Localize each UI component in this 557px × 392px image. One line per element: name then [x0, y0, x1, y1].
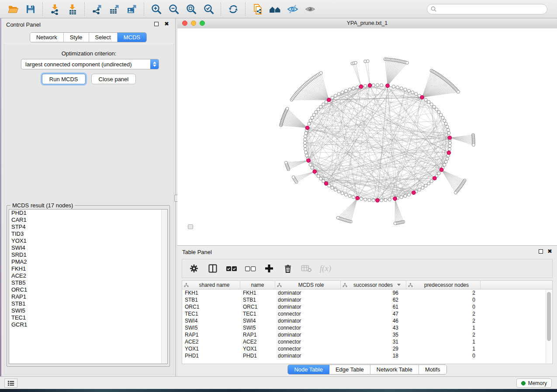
tab-node-table[interactable]: Node Table — [288, 365, 329, 374]
add-column-button[interactable] — [262, 261, 277, 276]
network-node[interactable] — [439, 113, 443, 117]
zoom-in-button[interactable] — [148, 1, 165, 17]
network-node[interactable] — [319, 105, 322, 108]
network-node[interactable] — [344, 89, 347, 92]
network-hub-node[interactable] — [359, 85, 363, 89]
network-hub-node[interactable] — [305, 126, 309, 130]
table-cell[interactable]: 0 — [406, 297, 481, 303]
column-header-name[interactable]: name — [240, 281, 275, 289]
search-input[interactable] — [427, 4, 547, 14]
network-node[interactable] — [406, 61, 409, 64]
table-cell[interactable]: dominator — [275, 290, 341, 296]
table-cell[interactable]: 46 — [341, 318, 406, 324]
table-cell[interactable]: FKH1 — [182, 290, 240, 296]
network-canvas[interactable] — [177, 28, 557, 245]
network-node[interactable] — [304, 138, 307, 141]
table-cell[interactable]: 1 — [406, 325, 481, 331]
zoom-selected-button[interactable] — [200, 1, 218, 17]
table-cell[interactable]: 31 — [341, 339, 406, 345]
network-node[interactable] — [315, 110, 318, 113]
network-node[interactable] — [400, 87, 403, 90]
network-node[interactable] — [380, 84, 383, 87]
mcds-result-list[interactable]: PHD1CAR1STP4TID3YOX1SWI4SRD1PMA2FKH1ACE2… — [9, 209, 168, 364]
network-node[interactable] — [284, 161, 287, 164]
network-node[interactable] — [454, 191, 457, 194]
table-cell[interactable]: ORC1 — [182, 304, 240, 310]
table-cell[interactable]: 1 — [406, 346, 481, 352]
network-node[interactable] — [424, 98, 427, 101]
mcds-result-item[interactable]: FKH1 — [9, 265, 167, 272]
table-row[interactable]: FKH1FKH1dominator962 — [182, 289, 552, 296]
table-cell[interactable]: connector — [275, 311, 341, 317]
show-all-button[interactable] — [301, 1, 319, 17]
network-node[interactable] — [424, 184, 427, 187]
table-cell[interactable]: SWI4 — [240, 318, 275, 324]
table-row[interactable]: YOX1YOX1connector291 — [182, 345, 552, 352]
close-panel-button[interactable]: Close panel — [91, 74, 136, 84]
network-node[interactable] — [309, 119, 312, 122]
divider-grip-icon[interactable] — [188, 224, 193, 229]
network-hub-node[interactable] — [447, 151, 451, 155]
mcds-result-item[interactable]: STB5 — [9, 279, 167, 286]
network-node[interactable] — [322, 103, 325, 106]
float-panel-icon[interactable] — [154, 22, 159, 26]
open-session-button[interactable] — [4, 1, 22, 17]
table-cell[interactable]: ORC1 — [240, 304, 275, 310]
network-node[interactable] — [304, 151, 308, 154]
table-row[interactable]: STB1STB1dominator620 — [182, 296, 552, 303]
network-hub-node[interactable] — [386, 84, 390, 88]
table-cell[interactable]: 43 — [341, 325, 406, 331]
network-node[interactable] — [317, 175, 320, 178]
table-cell[interactable]: TEC1 — [182, 311, 240, 317]
network-node[interactable] — [334, 188, 337, 191]
network-node[interactable] — [447, 131, 450, 134]
network-node[interactable] — [376, 83, 379, 86]
table-cell[interactable]: 0 — [406, 353, 481, 359]
import-table-button[interactable] — [64, 1, 81, 17]
network-hub-node[interactable] — [433, 176, 437, 180]
network-node[interactable] — [286, 107, 289, 110]
network-node[interactable] — [331, 96, 334, 99]
network-node[interactable] — [309, 163, 312, 166]
network-node[interactable] — [415, 93, 418, 96]
function-builder-button[interactable]: f(x) — [318, 261, 333, 276]
network-node[interactable] — [396, 86, 399, 89]
network-node[interactable] — [404, 194, 407, 197]
export-network-button[interactable] — [88, 1, 106, 17]
network-node[interactable] — [334, 94, 337, 97]
mcds-result-item[interactable]: PHD1 — [9, 210, 167, 217]
split-columns-button[interactable] — [205, 261, 220, 276]
table-row[interactable]: SWI5SWI5connector431 — [182, 324, 552, 331]
network-hub-node[interactable] — [412, 191, 416, 195]
network-node[interactable] — [356, 86, 359, 89]
table-cell[interactable]: ACE2 — [182, 339, 240, 345]
table-row[interactable]: ACE2ACE2connector311 — [182, 338, 552, 345]
hide-selected-button[interactable] — [284, 1, 301, 17]
network-node[interactable] — [392, 85, 395, 88]
network-node[interactable] — [352, 87, 355, 90]
network-node[interactable] — [432, 105, 436, 108]
table-scrollbar-thumb[interactable] — [547, 292, 551, 341]
table-cell[interactable]: connector — [275, 339, 341, 345]
mcds-result-item[interactable]: YOX1 — [9, 237, 167, 244]
table-cell[interactable]: connector — [275, 346, 341, 352]
network-node[interactable] — [319, 72, 322, 75]
network-node[interactable] — [427, 100, 430, 103]
network-graph[interactable] — [177, 28, 557, 245]
mcds-list-scrollbar[interactable] — [161, 210, 167, 364]
show-panels-button[interactable] — [4, 378, 17, 388]
network-node[interactable] — [407, 193, 410, 196]
network-node[interactable] — [304, 148, 307, 151]
network-hub-node[interactable] — [356, 196, 360, 200]
delete-column-button[interactable] — [280, 261, 295, 276]
network-hub-node[interactable] — [376, 199, 380, 203]
network-node[interactable] — [446, 125, 449, 128]
network-hub-node[interactable] — [420, 96, 424, 100]
network-node[interactable] — [443, 119, 446, 122]
import-network-button[interactable] — [46, 1, 64, 17]
network-node[interactable] — [380, 199, 383, 202]
network-hub-node[interactable] — [307, 158, 311, 162]
network-node[interactable] — [360, 197, 363, 200]
table-cell[interactable]: SWI5 — [240, 325, 275, 331]
network-node[interactable] — [404, 88, 407, 91]
